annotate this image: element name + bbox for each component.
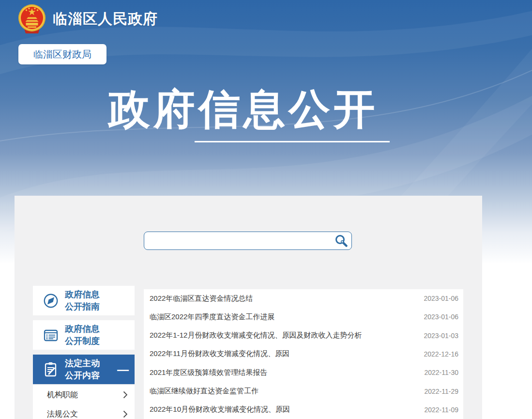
submenu-item-label: 法规公文 xyxy=(47,409,78,419)
sidebar-item-label: 法定主动 公开内容 xyxy=(65,357,100,382)
article-date: 2022-12-16 xyxy=(418,350,458,358)
article-title: 2022年10月份财政收支增减变化情况、原因 xyxy=(150,405,290,414)
department-badge-label: 临淄区财政局 xyxy=(33,48,91,61)
article-row[interactable]: 2022年11月份财政收支增减变化情况、原因 2022-12-16 xyxy=(144,345,463,363)
sidebar-item-label: 政府信息 公开指南 xyxy=(65,289,100,313)
article-row[interactable]: 临淄区继续做好直达资金监管工作 2022-11-29 xyxy=(144,382,463,400)
submenu-item-regulations[interactable]: 法规公文 xyxy=(33,404,135,419)
article-date: 2022-11-09 xyxy=(418,406,458,414)
sidebar-item-gov-info-system[interactable]: 政府信息 公开制度 xyxy=(33,320,135,350)
article-title: 临淄区继续做好直达资金监管工作 xyxy=(150,387,258,396)
search-box xyxy=(144,232,352,250)
article-list: 2022年临淄区直达资金情况总结 2023-01-06 临淄区2022年四季度直… xyxy=(144,289,463,419)
article-row[interactable]: 临淄区2022年四季度直达资金工作进展 2023-01-06 xyxy=(144,308,463,326)
sidebar-item-label: 政府信息 公开制度 xyxy=(65,323,100,347)
article-title: 临淄区2022年四季度直达资金工作进展 xyxy=(150,312,274,322)
submenu-item-label: 机构职能 xyxy=(47,390,78,400)
sidebar-item-gov-info-guide[interactable]: 政府信息 公开指南 xyxy=(33,286,135,315)
article-date: 2022-11-30 xyxy=(418,369,458,376)
chevron-right-icon xyxy=(123,410,128,418)
sidebar-submenu: 机构职能 法规公文 xyxy=(33,385,135,419)
compass-icon xyxy=(42,292,60,310)
article-row[interactable]: 2022年临淄区直达资金情况总结 2023-01-06 xyxy=(144,289,463,308)
minus-icon: — xyxy=(117,366,129,373)
article-title: 2022年11月份财政收支增减变化情况、原因 xyxy=(150,349,289,358)
clipboard-pencil-icon xyxy=(42,361,60,378)
search-icon xyxy=(334,233,349,248)
sidebar-item-statutory-disclosure[interactable]: 法定主动 公开内容 — xyxy=(33,355,135,384)
page-title: 政府信息公开 xyxy=(0,86,487,132)
submenu-item-org-functions[interactable]: 机构职能 xyxy=(33,385,135,404)
gov-name: 临淄区人民政府 xyxy=(53,9,158,29)
title-underline xyxy=(195,141,390,142)
site-logo-link[interactable]: 临淄区人民政府 xyxy=(17,4,158,34)
page: 临淄区人民政府 临淄区财政局 政府信息公开 政府信息 公开指南 xyxy=(0,0,532,419)
chevron-right-icon xyxy=(123,391,128,399)
article-date: 2022-11-29 xyxy=(418,388,458,395)
article-title: 2021年度区级预算绩效管理结果报告 xyxy=(150,368,267,377)
article-date: 2023-01-03 xyxy=(418,332,458,340)
article-row[interactable]: 2021年度区级预算绩效管理结果报告 2022-11-30 xyxy=(144,363,463,382)
article-date: 2023-01-06 xyxy=(418,313,458,321)
article-title: 2022年临淄区直达资金情况总结 xyxy=(150,294,253,303)
search-input[interactable] xyxy=(144,232,331,249)
department-badge[interactable]: 临淄区财政局 xyxy=(18,44,106,64)
ledger-icon xyxy=(42,326,60,344)
article-row[interactable]: 2022年10月份财政收支增减变化情况、原因 2022-11-09 xyxy=(144,401,463,419)
article-date: 2023-01-06 xyxy=(418,295,458,302)
national-emblem-icon xyxy=(17,4,47,34)
article-title: 2022年1-12月份财政收支增减变化情况、原因及财政收入走势分析 xyxy=(150,331,362,340)
search-button[interactable] xyxy=(331,232,351,249)
article-row[interactable]: 2022年1-12月份财政收支增减变化情况、原因及财政收入走势分析 2023-0… xyxy=(144,326,463,345)
